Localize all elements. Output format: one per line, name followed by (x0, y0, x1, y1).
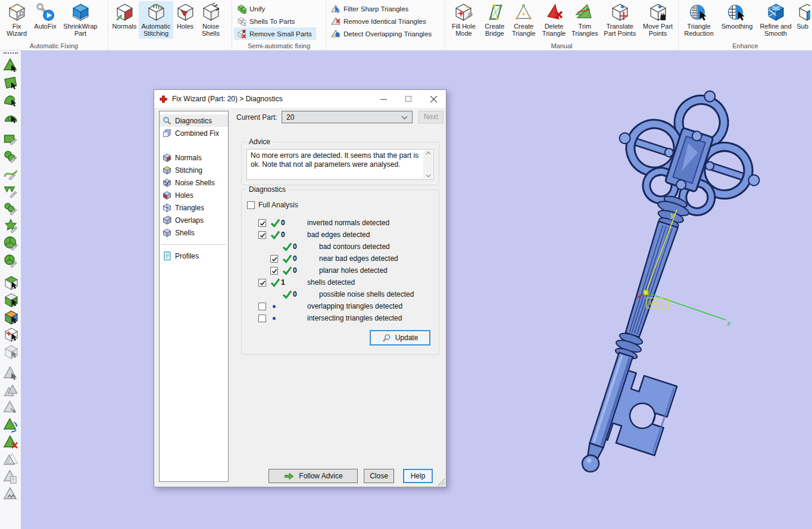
translate-part-points-icon (610, 2, 630, 22)
diagnostic-row: intersecting triangles detected (258, 313, 402, 323)
status-check-icon (270, 231, 281, 239)
unify-button[interactable]: Unify (234, 2, 316, 15)
status-dot-icon (270, 305, 281, 308)
green-arrow-icon (283, 472, 295, 480)
label: bad contours detected (319, 242, 390, 251)
nav-item-profiles[interactable]: Profiles (160, 250, 228, 262)
nav-item-shells[interactable]: Shells (160, 226, 228, 239)
noise-shells-button[interactable]: Noise Shells (197, 1, 224, 39)
scroll-up-icon[interactable] (426, 151, 431, 155)
smoothing-button[interactable]: Smoothing (717, 1, 757, 31)
shells-to-parts-icon (237, 17, 246, 26)
nav-item-holes[interactable]: Holes (160, 189, 228, 201)
group-label: Automatic Fixing (0, 42, 108, 49)
nav-item-normals[interactable]: Normals (160, 151, 228, 164)
row-checkbox[interactable] (258, 315, 266, 322)
fill-hole-mode-button[interactable]: Fill Hole Mode (447, 1, 480, 39)
row-checkbox[interactable] (258, 219, 266, 227)
help-button[interactable]: Help (403, 469, 433, 483)
shells-cube-icon (163, 228, 171, 237)
nav-item-noise-shells[interactable]: Noise Shells (160, 176, 228, 189)
nav-item-overlaps[interactable]: Overlaps (160, 214, 228, 226)
minimize-button[interactable] (371, 91, 396, 108)
count: 0 (293, 266, 319, 275)
status-check-icon (282, 266, 293, 275)
row-checkbox[interactable] (258, 303, 266, 310)
diagnostic-row: 0 possible noise shells detected (282, 289, 414, 300)
fix-wizard-icon (7, 2, 27, 22)
ribbon-group-automatic-fixing: Fix Wizard AutoFix ShrinkWrap Part Autom… (0, 0, 108, 50)
ribbon-group-enhance: Triangle Reduction Smoothing Refine and … (679, 0, 812, 50)
follow-advice-button[interactable]: Follow Advice (268, 469, 358, 483)
trim-triangles-button[interactable]: Trim Triangles (569, 1, 600, 39)
filter-sharp-triangles-button[interactable]: Filter Sharp Triangles (328, 2, 436, 15)
count: 1 (281, 278, 307, 287)
app-icon (159, 95, 168, 104)
row-checkbox[interactable] (270, 267, 278, 275)
diagnostic-row: 0 near bad edges detected (270, 253, 398, 264)
diagnostic-row: 1 shells detected (258, 277, 355, 288)
triangle-reduction-button[interactable]: Triangle Reduction (680, 1, 717, 39)
profiles-doc-icon (163, 251, 171, 260)
detect-overlapping-triangles-icon (331, 29, 341, 39)
current-part-combo[interactable]: 20 (282, 111, 413, 123)
remove-small-parts-button[interactable]: Remove Small Parts (234, 27, 316, 40)
create-triangle-button[interactable]: Create Triangle (509, 1, 539, 39)
dialog-titlebar[interactable]: Fix Wizard (Part: 20) > Diagnostics (154, 90, 446, 108)
chevron-down-icon (402, 114, 408, 120)
remove-identical-triangles-button[interactable]: Remove Identical Triangles (328, 15, 436, 27)
shrinkwrap-part-icon (71, 2, 90, 22)
shrinkwrap-part-button[interactable]: ShrinkWrap Part (59, 1, 102, 39)
unify-icon (237, 4, 246, 14)
advice-scrollbar[interactable] (423, 150, 433, 179)
close-button[interactable] (421, 91, 446, 108)
automatic-stitching-icon (146, 2, 166, 22)
move-part-points-icon (648, 2, 668, 22)
label: near bad edges detected (319, 254, 398, 263)
detect-overlapping-triangles-button[interactable]: Detect Overlapping Triangles (328, 27, 436, 40)
full-analysis-row: Full Analysis (247, 201, 298, 209)
automatic-stitching-button[interactable]: Automatic Stitching (139, 1, 173, 39)
holes-button[interactable]: Holes (173, 1, 197, 31)
delete-triangle-button[interactable]: Delete Triangle (539, 1, 570, 39)
nav-item-diagnostics[interactable]: Diagnostics (160, 114, 228, 127)
row-checkbox[interactable] (258, 231, 266, 239)
fix-wizard-button[interactable]: Fix Wizard (2, 1, 32, 39)
update-button[interactable]: Update (370, 330, 430, 346)
nav-item-combined-fix[interactable]: Combined Fix (160, 127, 228, 139)
full-analysis-checkbox[interactable] (247, 201, 255, 209)
close-dialog-button[interactable]: Close (364, 469, 394, 483)
dialog-title: Fix Wizard (Part: 20) > Diagnostics (168, 95, 371, 103)
smoothing-icon (727, 2, 747, 22)
refine-and-smooth-button[interactable]: Refine and Smooth (757, 1, 795, 39)
current-part-label: Current Part: (236, 113, 277, 122)
next-button[interactable]: Next (419, 111, 444, 123)
shells-to-parts-button[interactable]: Shells To Parts (234, 15, 316, 27)
count: 0 (293, 242, 319, 251)
create-bridge-button[interactable]: Create Bridge (480, 1, 509, 39)
scroll-down-icon[interactable] (426, 174, 431, 178)
nav-separator (161, 244, 226, 245)
subdivide-button[interactable]: Sub (795, 1, 810, 31)
move-part-points-button[interactable]: Move Part Points (639, 1, 676, 39)
remove-identical-triangles-icon (331, 17, 341, 26)
maximize-button[interactable] (396, 91, 421, 108)
normals-button[interactable]: Normals (110, 1, 139, 31)
full-analysis-label: Full Analysis (258, 201, 298, 209)
row-checkbox[interactable] (258, 279, 266, 287)
ribbon: Fix Wizard AutoFix ShrinkWrap Part Autom… (0, 0, 812, 51)
translate-part-points-button[interactable]: Translate Part Points (600, 1, 639, 39)
autofix-button[interactable]: AutoFix (32, 1, 59, 31)
label: intersecting triangles detected (307, 314, 402, 322)
diagnostics-legend: Diagnostics (246, 185, 288, 194)
nav-item-triangles[interactable]: Triangles (160, 201, 228, 214)
nav-item-stitching[interactable]: Stitching (160, 164, 228, 176)
status-check-icon (282, 290, 293, 299)
triangle-reduction-icon (689, 2, 709, 22)
row-checkbox[interactable] (270, 255, 278, 263)
resize-grip[interactable] (438, 478, 445, 486)
remove-small-parts-icon (237, 29, 246, 39)
status-check-icon (270, 278, 281, 287)
stitching-cube-icon (163, 166, 171, 175)
holes-icon (176, 2, 195, 22)
